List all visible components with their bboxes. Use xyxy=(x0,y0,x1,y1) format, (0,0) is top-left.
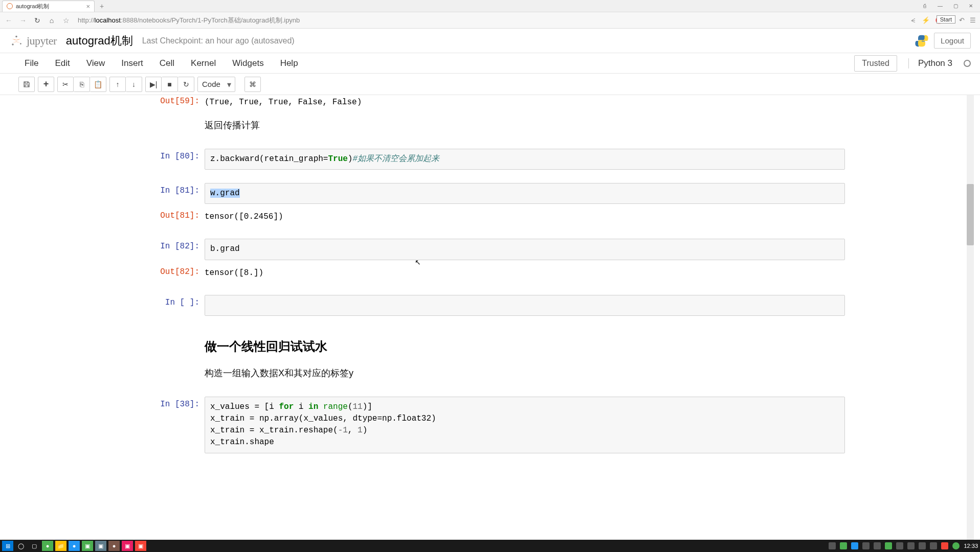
tray-icon[interactable] xyxy=(941,542,948,549)
extension-icon[interactable]: ⚡ xyxy=(922,16,930,24)
tray-icon[interactable] xyxy=(840,542,847,549)
code-input[interactable]: z.backward(retain_graph=True)#如果不清空会累加起来 xyxy=(205,149,845,170)
code-input[interactable]: x_values = [i for i in range(11)] x_trai… xyxy=(205,397,845,453)
copy-button[interactable]: ⎘ xyxy=(74,77,90,92)
menu-cell[interactable]: Cell xyxy=(160,58,174,68)
save-icon xyxy=(23,81,30,88)
home-icon[interactable]: ⌂ xyxy=(47,16,56,25)
menu-file[interactable]: File xyxy=(25,58,38,68)
new-tab-button[interactable]: + xyxy=(95,2,109,10)
trusted-button[interactable]: Trusted xyxy=(854,55,897,72)
taskbar-app-icon[interactable]: ● xyxy=(69,541,80,551)
taskbar-app-icon[interactable]: ▣ xyxy=(122,541,133,551)
scrollbar-track[interactable] xyxy=(967,95,974,540)
paste-button[interactable]: 📋 xyxy=(90,77,106,92)
taskbar-app-icon[interactable]: ● xyxy=(108,541,120,551)
code-cell[interactable]: In [38]: x_values = [i for i in range(11… xyxy=(135,395,845,455)
address-bar[interactable]: http://localhost:8888/notebooks/PyTorch/… xyxy=(76,16,905,25)
tray-icon[interactable] xyxy=(896,542,903,549)
taskbar-clock[interactable]: 12:33 xyxy=(964,543,978,549)
menu-edit[interactable]: Edit xyxy=(55,58,70,68)
taskbar-app-icon[interactable]: ▣ xyxy=(135,541,146,551)
menu-view[interactable]: View xyxy=(86,58,105,68)
back-icon[interactable]: ← xyxy=(4,16,13,25)
checkpoint-text: Last Checkpoint: an hour ago (autosaved) xyxy=(142,36,295,45)
tray-icon[interactable] xyxy=(862,542,870,549)
share-icon[interactable]: ⪪ xyxy=(910,16,917,24)
forward-icon[interactable]: → xyxy=(18,16,28,25)
undo-icon[interactable]: ↶ xyxy=(959,16,965,24)
code-input[interactable] xyxy=(205,295,845,316)
cortana-icon[interactable]: ◯ xyxy=(15,541,27,551)
task-view-icon[interactable]: ▢ xyxy=(29,541,40,551)
start-tooltip-button[interactable]: Start xyxy=(937,15,955,24)
tab-title: autograd机制 xyxy=(16,3,49,10)
tray-icon[interactable] xyxy=(919,542,926,549)
code-input[interactable]: b.grad xyxy=(205,239,845,260)
markdown-cell[interactable]: 做一个线性回归试试水 xyxy=(135,327,845,361)
move-up-button[interactable]: ↑ xyxy=(109,77,126,92)
code-cell-empty[interactable]: In [ ]: xyxy=(135,293,845,318)
browser-toolbar: ← → ↻ ⌂ ☆ http://localhost:8888/notebook… xyxy=(0,12,980,29)
menu-help[interactable]: Help xyxy=(280,58,298,68)
tray-icon[interactable] xyxy=(885,542,892,549)
move-down-button[interactable]: ↓ xyxy=(126,77,142,92)
in-prompt: In [38]: xyxy=(135,397,205,453)
reading-mode-icon[interactable]: ⎙ xyxy=(918,1,932,10)
menu-widgets[interactable]: Widgets xyxy=(232,58,263,68)
taskbar-app-icon[interactable]: 📁 xyxy=(55,541,66,551)
markdown-cell[interactable]: 返回传播计算 xyxy=(135,113,845,137)
tray-icon[interactable] xyxy=(907,542,915,549)
restart-button[interactable]: ↻ xyxy=(178,77,194,92)
taskbar-app-icon[interactable]: ▣ xyxy=(82,541,93,551)
tray-icon[interactable] xyxy=(829,542,836,549)
svg-point-2 xyxy=(20,43,21,44)
menu-kernel[interactable]: Kernel xyxy=(191,58,216,68)
jupyter-favicon xyxy=(7,3,13,9)
start-menu-icon[interactable]: ⊞ xyxy=(2,541,13,551)
refresh-icon[interactable]: ↻ xyxy=(33,16,42,25)
svg-point-0 xyxy=(15,35,17,37)
save-button[interactable] xyxy=(18,77,35,92)
minimize-icon[interactable]: — xyxy=(933,1,947,10)
out-prompt: Out[81]: xyxy=(135,208,205,225)
code-cell[interactable]: In [82]: b.grad xyxy=(135,237,845,262)
browser-tab[interactable]: autograd机制 × xyxy=(2,1,95,12)
cell-type-select[interactable]: Code xyxy=(197,77,235,92)
code-input[interactable]: w.grad xyxy=(205,183,845,204)
close-tab-icon[interactable]: × xyxy=(86,3,90,10)
markdown-heading: 做一个线性回归试试水 xyxy=(205,329,845,359)
out-prompt: Out[59]: xyxy=(135,95,205,111)
menu-insert[interactable]: Insert xyxy=(121,58,143,68)
markdown-text: 构造一组输入数据X和其对应的标签y xyxy=(205,363,845,383)
markdown-cell[interactable]: 构造一组输入数据X和其对应的标签y xyxy=(135,361,845,385)
toolbar: + ✂ ⎘ 📋 ↑ ↓ ▶| ■ ↻ Code ⌘ xyxy=(0,74,980,95)
command-palette-button[interactable]: ⌘ xyxy=(244,77,261,92)
notebook-title[interactable]: autograd机制 xyxy=(66,33,133,49)
taskbar-app-icon[interactable]: ▣ xyxy=(95,541,106,551)
interrupt-button[interactable]: ■ xyxy=(162,77,178,92)
tray-icon[interactable] xyxy=(851,542,858,549)
logout-button[interactable]: Logout xyxy=(934,33,971,49)
menu-icon[interactable]: ☰ xyxy=(970,16,976,24)
browser-tab-strip: autograd机制 × + ⎙ — ▢ ✕ xyxy=(0,0,980,12)
kernel-name[interactable]: Python 3 xyxy=(908,58,952,68)
output-cell: Out[82]: tensor([8.]) xyxy=(135,262,845,284)
scrollbar-thumb[interactable] xyxy=(967,184,974,245)
close-window-icon[interactable]: ✕ xyxy=(964,1,978,10)
tray-icon[interactable] xyxy=(952,542,960,549)
tray-icon[interactable] xyxy=(930,542,937,549)
kernel-status-icon xyxy=(964,60,971,67)
run-button[interactable]: ▶| xyxy=(145,77,162,92)
cut-button[interactable]: ✂ xyxy=(57,77,74,92)
jupyter-logo[interactable]: jupyter xyxy=(9,34,57,48)
add-cell-button[interactable]: + xyxy=(38,77,54,92)
notebook-scroll[interactable]: Out[59]: (True, True, True, False, False… xyxy=(0,95,980,540)
favorite-icon[interactable]: ☆ xyxy=(61,16,71,25)
code-cell[interactable]: In [81]: w.grad xyxy=(135,181,845,206)
taskbar-app-icon[interactable]: ● xyxy=(42,541,53,551)
taskbar: ⊞ ◯ ▢ ● 📁 ● ▣ ▣ ● ▣ ▣ 12:33 xyxy=(0,540,980,552)
tray-icon[interactable] xyxy=(874,542,881,549)
code-cell[interactable]: In [80]: z.backward(retain_graph=True)#如… xyxy=(135,147,845,172)
maximize-icon[interactable]: ▢ xyxy=(948,1,963,10)
